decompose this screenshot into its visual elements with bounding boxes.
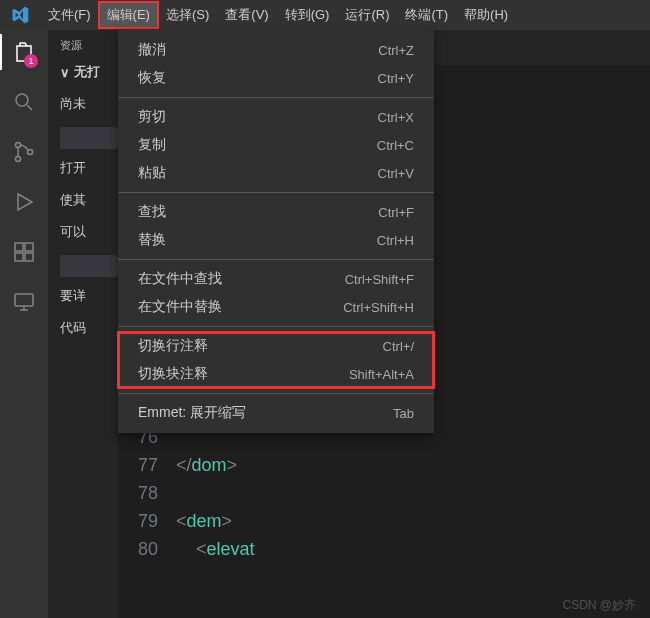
edit-menu-dropdown: 撤消Ctrl+Z恢复Ctrl+Y剪切Ctrl+X复制Ctrl+C粘贴Ctrl+V… [118, 30, 434, 433]
menu-item-shortcut: Ctrl+/ [383, 339, 414, 354]
menu-item-shortcut: Ctrl+X [378, 110, 414, 125]
menu-item-shortcut: Ctrl+Z [378, 43, 414, 58]
menubar-item[interactable]: 编辑(E) [99, 2, 158, 28]
activity-bar: 1 [0, 30, 48, 618]
menubar-item[interactable]: 终端(T) [397, 2, 456, 28]
sidebar-text: 要详 [60, 287, 118, 305]
remote-icon[interactable] [10, 288, 38, 316]
menu-item[interactable]: Emmet: 展开缩写Tab [118, 399, 434, 427]
watermark: CSDN @妙齐 [562, 597, 636, 614]
sidebar-text: 代码 [60, 319, 118, 337]
menu-item-shortcut: Ctrl+Shift+F [345, 272, 414, 287]
sidebar-folder[interactable]: ∨ 无打 [60, 63, 118, 81]
menu-separator [118, 326, 434, 327]
menubar-item[interactable]: 选择(S) [158, 2, 217, 28]
search-icon[interactable] [10, 88, 38, 116]
sidebar-text: 使其 [60, 191, 118, 209]
menu-item-label: 复制 [138, 136, 166, 154]
menubar-item[interactable]: 文件(F) [40, 2, 99, 28]
menu-item[interactable]: 撤消Ctrl+Z [118, 36, 434, 64]
svg-point-2 [16, 157, 21, 162]
sidebar-title: 资源 [60, 38, 118, 53]
svg-rect-5 [15, 253, 23, 261]
sidebar-folder-label: 无打 [74, 63, 100, 81]
run-debug-icon[interactable] [10, 188, 38, 216]
menu-item-shortcut: Ctrl+H [377, 233, 414, 248]
chevron-down-icon: ∨ [60, 65, 70, 80]
menu-item-shortcut: Shift+Alt+A [349, 367, 414, 382]
app-logo [8, 3, 32, 27]
menubar-item[interactable]: 帮助(H) [456, 2, 516, 28]
menu-item-label: 撤消 [138, 41, 166, 59]
menu-item[interactable]: 粘贴Ctrl+V [118, 159, 434, 187]
sidebar-button[interactable] [60, 127, 118, 149]
sidebar: 资源 ∨ 无打 尚未 打开 使其 可以 要详 代码 [48, 30, 118, 618]
menu-item[interactable]: 复制Ctrl+C [118, 131, 434, 159]
svg-rect-4 [15, 243, 23, 251]
menu-item[interactable]: 在文件中查找Ctrl+Shift+F [118, 265, 434, 293]
menu-item[interactable]: 剪切Ctrl+X [118, 103, 434, 131]
sidebar-text: 尚未 [60, 95, 118, 113]
menu-item[interactable]: 查找Ctrl+F [118, 198, 434, 226]
menu-item[interactable]: 切换行注释Ctrl+/ [118, 332, 434, 360]
menu-separator [118, 97, 434, 98]
menu-item-label: 粘贴 [138, 164, 166, 182]
svg-rect-6 [25, 253, 33, 261]
menu-separator [118, 393, 434, 394]
menu-item-label: 在文件中查找 [138, 270, 222, 288]
menu-item-shortcut: Ctrl+Y [378, 71, 414, 86]
sidebar-text: 打开 [60, 159, 118, 177]
menu-item[interactable]: 替换Ctrl+H [118, 226, 434, 254]
menu-item-shortcut: Tab [393, 406, 414, 421]
extensions-icon[interactable] [10, 238, 38, 266]
sidebar-text: 可以 [60, 223, 118, 241]
source-control-icon[interactable] [10, 138, 38, 166]
menubar-item[interactable]: 查看(V) [217, 2, 276, 28]
menu-item-shortcut: Ctrl+C [377, 138, 414, 153]
menubar-item[interactable]: 运行(R) [337, 2, 397, 28]
menu-item-label: 恢复 [138, 69, 166, 87]
menu-item-shortcut: Ctrl+Shift+H [343, 300, 414, 315]
svg-point-3 [28, 150, 33, 155]
menu-item-shortcut: Ctrl+V [378, 166, 414, 181]
explorer-icon[interactable]: 1 [10, 38, 38, 66]
menu-item[interactable]: 在文件中替换Ctrl+Shift+H [118, 293, 434, 321]
menubar-item[interactable]: 转到(G) [277, 2, 338, 28]
menu-item[interactable]: 切换块注释Shift+Alt+A [118, 360, 434, 388]
menu-item-label: 替换 [138, 231, 166, 249]
explorer-badge: 1 [24, 54, 38, 68]
menu-item-label: 在文件中替换 [138, 298, 222, 316]
svg-point-1 [16, 143, 21, 148]
menu-item[interactable]: 恢复Ctrl+Y [118, 64, 434, 92]
menu-item-label: 切换行注释 [138, 337, 208, 355]
menu-item-label: 剪切 [138, 108, 166, 126]
menu-item-shortcut: Ctrl+F [378, 205, 414, 220]
svg-rect-8 [15, 294, 33, 306]
svg-point-0 [16, 94, 28, 106]
menu-separator [118, 259, 434, 260]
menu-item-label: 查找 [138, 203, 166, 221]
menu-item-label: Emmet: 展开缩写 [138, 404, 246, 422]
sidebar-button[interactable] [60, 255, 118, 277]
menu-separator [118, 192, 434, 193]
menu-item-label: 切换块注释 [138, 365, 208, 383]
svg-rect-7 [25, 243, 33, 251]
